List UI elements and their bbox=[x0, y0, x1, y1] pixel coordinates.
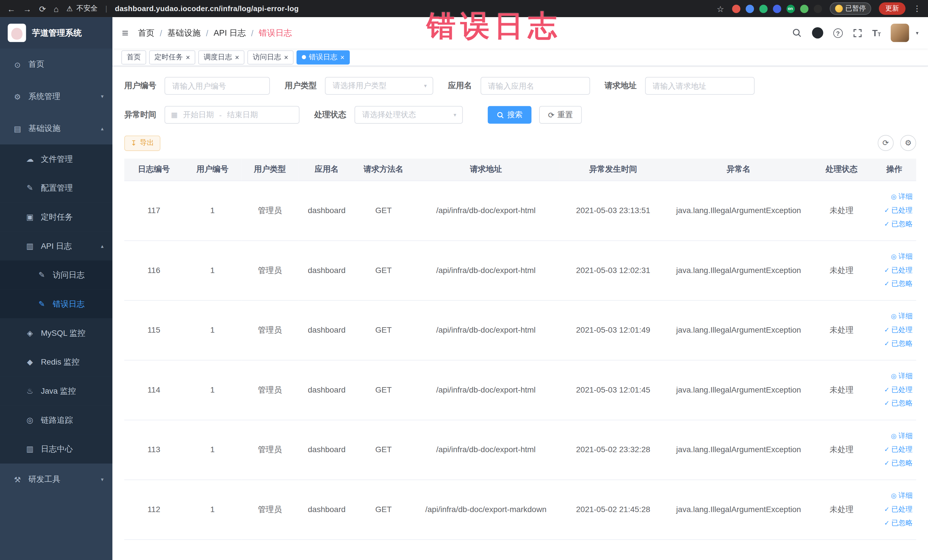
action-processed-link[interactable]: ✓已处理 bbox=[884, 205, 913, 215]
cell-exception: java.lang.IllegalArgumentException bbox=[666, 360, 811, 420]
action-processed-link[interactable]: ✓已处理 bbox=[884, 325, 913, 335]
tab-home[interactable]: 首页 bbox=[121, 50, 146, 64]
sidebar-item-infrastructure[interactable]: ▤基础设施▴ bbox=[0, 112, 112, 144]
date-range-picker[interactable]: ▦ 开始日期 - 结束日期 bbox=[165, 106, 299, 124]
column-settings-button[interactable]: ⚙ bbox=[900, 135, 916, 151]
update-button[interactable]: 更新 bbox=[879, 2, 905, 15]
action-detail-link[interactable]: ◎详细 bbox=[891, 192, 913, 202]
tab-schedule-log[interactable]: 调度日志× bbox=[198, 50, 244, 64]
extension-icon[interactable] bbox=[814, 5, 822, 13]
font-size-large-t: T bbox=[872, 28, 878, 38]
action-ignored-link[interactable]: ✓已忽略 bbox=[884, 458, 913, 468]
refresh-table-button[interactable]: ⟳ bbox=[878, 135, 894, 151]
logo-image bbox=[8, 24, 26, 42]
table-row: 1151管理员dashboardGET/api/infra/db-doc/exp… bbox=[124, 300, 916, 360]
action-label: 已忽略 bbox=[891, 339, 913, 349]
sidebar-item-api-log[interactable]: ▥API 日志▴ bbox=[0, 231, 112, 261]
sidebar-item-redis-monitor[interactable]: ◆Redis 监控 bbox=[0, 348, 112, 377]
chevron-down-icon: ▾ bbox=[101, 93, 104, 99]
action-detail-link[interactable]: ◎详细 bbox=[891, 371, 913, 381]
action-detail-link[interactable]: ◎详细 bbox=[891, 252, 913, 262]
action-ignored-link[interactable]: ✓已忽略 bbox=[884, 518, 913, 528]
app-name-label: 应用名 bbox=[448, 81, 472, 91]
tab-error-log[interactable]: 错误日志× bbox=[296, 50, 350, 64]
action-processed-link[interactable]: ✓已处理 bbox=[884, 265, 913, 275]
sidebar-item-log-center[interactable]: ▥日志中心 bbox=[0, 435, 112, 464]
close-icon[interactable]: × bbox=[235, 53, 240, 61]
cell-time: 2021-05-02 23:32:28 bbox=[560, 420, 666, 479]
reload-icon[interactable]: ⟳ bbox=[39, 5, 46, 13]
action-ignored-link[interactable]: ✓已忽略 bbox=[884, 219, 913, 229]
cell-status: 未处理 bbox=[811, 240, 872, 300]
close-icon[interactable]: × bbox=[284, 53, 288, 61]
action-detail-link[interactable]: ◎详细 bbox=[891, 431, 913, 441]
home-icon[interactable]: ⌂ bbox=[53, 5, 59, 13]
chevron-down-icon[interactable]: ▾ bbox=[916, 30, 918, 36]
back-icon[interactable]: ← bbox=[7, 5, 15, 13]
sidebar-item-system-management[interactable]: ⚙系统管理▾ bbox=[0, 81, 112, 112]
extension-icon[interactable] bbox=[772, 5, 781, 13]
filter-row-1: 用户编号 用户类型 请选择用户类型 ▾ 应用名 bbox=[124, 77, 916, 95]
help-icon[interactable]: ? bbox=[833, 28, 843, 38]
reset-button[interactable]: ⟳ 重置 bbox=[539, 106, 582, 124]
url-text[interactable]: dashboard.yudao.iocoder.cn/infra/log/api… bbox=[115, 5, 299, 13]
action-processed-link[interactable]: ✓已处理 bbox=[884, 385, 913, 395]
forward-icon[interactable]: → bbox=[23, 5, 31, 13]
breadcrumb-item[interactable]: 基础设施 bbox=[168, 27, 200, 38]
tab-scheduled-tasks[interactable]: 定时任务× bbox=[149, 50, 195, 64]
extension-icon[interactable] bbox=[759, 5, 768, 13]
close-icon[interactable]: × bbox=[186, 53, 190, 61]
tab-access-log[interactable]: 访问日志× bbox=[247, 50, 293, 64]
extension-icon[interactable] bbox=[745, 5, 754, 13]
search-button-label: 搜索 bbox=[507, 110, 523, 120]
breadcrumb-item[interactable]: API 日志 bbox=[214, 27, 246, 38]
breadcrumb-item[interactable]: 首页 bbox=[138, 27, 155, 38]
action-ignored-link[interactable]: ✓已忽略 bbox=[884, 279, 913, 289]
request-url-input[interactable] bbox=[645, 77, 754, 95]
extension-icon[interactable]: on bbox=[786, 5, 795, 13]
fullscreen-icon[interactable] bbox=[853, 28, 862, 38]
sidebar-item-access-log[interactable]: ✎访问日志 bbox=[0, 261, 112, 290]
user-avatar[interactable] bbox=[891, 24, 909, 42]
extension-icon[interactable] bbox=[800, 5, 808, 13]
request-url-filter: 请求地址 bbox=[604, 77, 754, 95]
search-icon[interactable] bbox=[792, 28, 801, 38]
app-name-input[interactable] bbox=[481, 77, 590, 95]
font-size-icon[interactable]: TT bbox=[872, 29, 881, 37]
security-chip[interactable]: ⚠ 不安全 bbox=[66, 3, 98, 14]
export-button[interactable]: ↧ 导出 bbox=[124, 135, 160, 151]
sidebar-item-label: MySQL 监控 bbox=[41, 328, 85, 338]
sidebar-item-link-tracing[interactable]: ◎链路追踪 bbox=[0, 405, 112, 435]
user-type-select[interactable]: 请选择用户类型 ▾ bbox=[325, 77, 433, 95]
action-ignored-link[interactable]: ✓已忽略 bbox=[884, 339, 913, 349]
action-processed-link[interactable]: ✓已处理 bbox=[884, 504, 913, 514]
cell-status: 未处理 bbox=[811, 300, 872, 360]
sidebar-item-home[interactable]: ⊙首页 bbox=[0, 49, 112, 81]
action-ignored-link[interactable]: ✓已忽略 bbox=[884, 398, 913, 409]
sidebar-item-mysql-monitor[interactable]: ◈MySQL 监控 bbox=[0, 318, 112, 348]
column-header-8: 处理状态 bbox=[811, 159, 872, 181]
close-icon[interactable]: × bbox=[340, 53, 345, 61]
github-icon[interactable] bbox=[812, 27, 823, 38]
cell-exception: java.lang.IllegalArgumentException bbox=[666, 479, 811, 539]
search-button[interactable]: 搜索 bbox=[487, 106, 531, 124]
cell-user-id: 1 bbox=[183, 240, 241, 300]
action-detail-link[interactable]: ◎详细 bbox=[891, 491, 913, 500]
sidebar-item-java-monitor[interactable]: ♨Java 监控 bbox=[0, 377, 112, 406]
hamburger-icon[interactable]: ≡ bbox=[122, 26, 128, 40]
browser-menu-icon[interactable]: ⋮ bbox=[913, 4, 921, 13]
sidebar-item-config-management[interactable]: ✎配置管理 bbox=[0, 174, 112, 203]
user-id-input[interactable] bbox=[165, 77, 270, 95]
extension-icon[interactable] bbox=[732, 5, 740, 13]
sidebar-item-label: Java 监控 bbox=[41, 386, 76, 396]
sidebar-item-file-management[interactable]: ☁文件管理 bbox=[0, 144, 112, 174]
sidebar-item-scheduled-tasks[interactable]: ▣定时任务 bbox=[0, 203, 112, 232]
process-status-select[interactable]: 请选择处理状态 ▾ bbox=[355, 106, 463, 124]
action-processed-link[interactable]: ✓已处理 bbox=[884, 444, 913, 455]
paused-badge[interactable]: 已暂停 bbox=[830, 2, 871, 15]
bookmark-star-icon[interactable]: ☆ bbox=[717, 5, 724, 13]
sidebar-item-dev-tools[interactable]: ⚒研发工具▾ bbox=[0, 464, 112, 496]
sidebar-item-error-log[interactable]: ✎错误日志 bbox=[0, 290, 112, 319]
chrome-divider: | bbox=[105, 5, 107, 13]
action-detail-link[interactable]: ◎详细 bbox=[891, 311, 913, 322]
